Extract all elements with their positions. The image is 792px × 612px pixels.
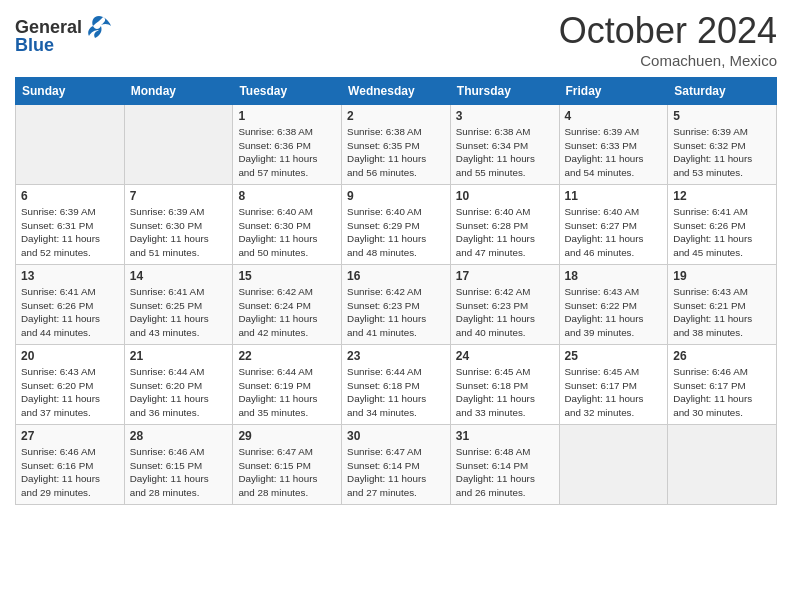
calendar-cell [124, 105, 233, 185]
calendar-cell: 30Sunrise: 6:47 AM Sunset: 6:14 PM Dayli… [342, 425, 451, 505]
day-info: Sunrise: 6:47 AM Sunset: 6:14 PM Dayligh… [347, 445, 445, 500]
day-info: Sunrise: 6:46 AM Sunset: 6:16 PM Dayligh… [21, 445, 119, 500]
day-info: Sunrise: 6:47 AM Sunset: 6:15 PM Dayligh… [238, 445, 336, 500]
day-info: Sunrise: 6:42 AM Sunset: 6:23 PM Dayligh… [347, 285, 445, 340]
logo: General Blue [15, 16, 113, 56]
calendar-week-row: 1Sunrise: 6:38 AM Sunset: 6:36 PM Daylig… [16, 105, 777, 185]
day-info: Sunrise: 6:39 AM Sunset: 6:30 PM Dayligh… [130, 205, 228, 260]
day-number: 1 [238, 109, 336, 123]
day-info: Sunrise: 6:38 AM Sunset: 6:35 PM Dayligh… [347, 125, 445, 180]
day-info: Sunrise: 6:44 AM Sunset: 6:20 PM Dayligh… [130, 365, 228, 420]
calendar-cell: 15Sunrise: 6:42 AM Sunset: 6:24 PM Dayli… [233, 265, 342, 345]
day-info: Sunrise: 6:40 AM Sunset: 6:28 PM Dayligh… [456, 205, 554, 260]
day-number: 17 [456, 269, 554, 283]
logo-text: General Blue [15, 16, 113, 56]
calendar-cell: 14Sunrise: 6:41 AM Sunset: 6:25 PM Dayli… [124, 265, 233, 345]
day-number: 4 [565, 109, 663, 123]
calendar-cell: 24Sunrise: 6:45 AM Sunset: 6:18 PM Dayli… [450, 345, 559, 425]
day-number: 26 [673, 349, 771, 363]
calendar-cell: 6Sunrise: 6:39 AM Sunset: 6:31 PM Daylig… [16, 185, 125, 265]
calendar-cell: 4Sunrise: 6:39 AM Sunset: 6:33 PM Daylig… [559, 105, 668, 185]
day-info: Sunrise: 6:40 AM Sunset: 6:27 PM Dayligh… [565, 205, 663, 260]
day-info: Sunrise: 6:39 AM Sunset: 6:33 PM Dayligh… [565, 125, 663, 180]
weekday-header-saturday: Saturday [668, 78, 777, 105]
calendar-cell: 5Sunrise: 6:39 AM Sunset: 6:32 PM Daylig… [668, 105, 777, 185]
day-number: 29 [238, 429, 336, 443]
day-info: Sunrise: 6:43 AM Sunset: 6:21 PM Dayligh… [673, 285, 771, 340]
day-info: Sunrise: 6:40 AM Sunset: 6:30 PM Dayligh… [238, 205, 336, 260]
calendar-week-row: 27Sunrise: 6:46 AM Sunset: 6:16 PM Dayli… [16, 425, 777, 505]
weekday-header-monday: Monday [124, 78, 233, 105]
day-info: Sunrise: 6:48 AM Sunset: 6:14 PM Dayligh… [456, 445, 554, 500]
logo-blue-text: Blue [15, 36, 113, 56]
weekday-header-thursday: Thursday [450, 78, 559, 105]
month-title: October 2024 [559, 10, 777, 52]
day-number: 10 [456, 189, 554, 203]
day-number: 11 [565, 189, 663, 203]
day-number: 21 [130, 349, 228, 363]
day-number: 31 [456, 429, 554, 443]
day-info: Sunrise: 6:38 AM Sunset: 6:36 PM Dayligh… [238, 125, 336, 180]
day-number: 12 [673, 189, 771, 203]
day-number: 2 [347, 109, 445, 123]
calendar-week-row: 20Sunrise: 6:43 AM Sunset: 6:20 PM Dayli… [16, 345, 777, 425]
day-number: 27 [21, 429, 119, 443]
day-number: 25 [565, 349, 663, 363]
day-number: 13 [21, 269, 119, 283]
calendar-cell: 27Sunrise: 6:46 AM Sunset: 6:16 PM Dayli… [16, 425, 125, 505]
calendar-cell: 8Sunrise: 6:40 AM Sunset: 6:30 PM Daylig… [233, 185, 342, 265]
calendar-cell: 19Sunrise: 6:43 AM Sunset: 6:21 PM Dayli… [668, 265, 777, 345]
calendar-cell [668, 425, 777, 505]
calendar-cell: 3Sunrise: 6:38 AM Sunset: 6:34 PM Daylig… [450, 105, 559, 185]
day-number: 24 [456, 349, 554, 363]
calendar-cell [559, 425, 668, 505]
title-block: October 2024 Comachuen, Mexico [559, 10, 777, 69]
day-info: Sunrise: 6:46 AM Sunset: 6:15 PM Dayligh… [130, 445, 228, 500]
day-info: Sunrise: 6:44 AM Sunset: 6:18 PM Dayligh… [347, 365, 445, 420]
day-info: Sunrise: 6:43 AM Sunset: 6:22 PM Dayligh… [565, 285, 663, 340]
day-info: Sunrise: 6:45 AM Sunset: 6:18 PM Dayligh… [456, 365, 554, 420]
calendar-cell: 23Sunrise: 6:44 AM Sunset: 6:18 PM Dayli… [342, 345, 451, 425]
weekday-header-row: SundayMondayTuesdayWednesdayThursdayFrid… [16, 78, 777, 105]
day-number: 20 [21, 349, 119, 363]
calendar-cell [16, 105, 125, 185]
day-number: 6 [21, 189, 119, 203]
calendar-cell: 12Sunrise: 6:41 AM Sunset: 6:26 PM Dayli… [668, 185, 777, 265]
day-number: 16 [347, 269, 445, 283]
day-number: 8 [238, 189, 336, 203]
day-info: Sunrise: 6:42 AM Sunset: 6:23 PM Dayligh… [456, 285, 554, 340]
day-info: Sunrise: 6:44 AM Sunset: 6:19 PM Dayligh… [238, 365, 336, 420]
day-info: Sunrise: 6:41 AM Sunset: 6:26 PM Dayligh… [21, 285, 119, 340]
page-header: General Blue October 2024 Comachuen, Mex… [15, 10, 777, 69]
weekday-header-tuesday: Tuesday [233, 78, 342, 105]
day-info: Sunrise: 6:39 AM Sunset: 6:31 PM Dayligh… [21, 205, 119, 260]
calendar-table: SundayMondayTuesdayWednesdayThursdayFrid… [15, 77, 777, 505]
calendar-cell: 29Sunrise: 6:47 AM Sunset: 6:15 PM Dayli… [233, 425, 342, 505]
day-number: 15 [238, 269, 336, 283]
calendar-cell: 20Sunrise: 6:43 AM Sunset: 6:20 PM Dayli… [16, 345, 125, 425]
weekday-header-friday: Friday [559, 78, 668, 105]
day-number: 28 [130, 429, 228, 443]
calendar-cell: 16Sunrise: 6:42 AM Sunset: 6:23 PM Dayli… [342, 265, 451, 345]
location-subtitle: Comachuen, Mexico [559, 52, 777, 69]
calendar-cell: 26Sunrise: 6:46 AM Sunset: 6:17 PM Dayli… [668, 345, 777, 425]
weekday-header-wednesday: Wednesday [342, 78, 451, 105]
calendar-week-row: 13Sunrise: 6:41 AM Sunset: 6:26 PM Dayli… [16, 265, 777, 345]
calendar-cell: 11Sunrise: 6:40 AM Sunset: 6:27 PM Dayli… [559, 185, 668, 265]
day-info: Sunrise: 6:46 AM Sunset: 6:17 PM Dayligh… [673, 365, 771, 420]
day-info: Sunrise: 6:38 AM Sunset: 6:34 PM Dayligh… [456, 125, 554, 180]
calendar-cell: 13Sunrise: 6:41 AM Sunset: 6:26 PM Dayli… [16, 265, 125, 345]
calendar-cell: 1Sunrise: 6:38 AM Sunset: 6:36 PM Daylig… [233, 105, 342, 185]
day-number: 30 [347, 429, 445, 443]
calendar-cell: 18Sunrise: 6:43 AM Sunset: 6:22 PM Dayli… [559, 265, 668, 345]
calendar-cell: 7Sunrise: 6:39 AM Sunset: 6:30 PM Daylig… [124, 185, 233, 265]
calendar-cell: 10Sunrise: 6:40 AM Sunset: 6:28 PM Dayli… [450, 185, 559, 265]
calendar-cell: 17Sunrise: 6:42 AM Sunset: 6:23 PM Dayli… [450, 265, 559, 345]
calendar-cell: 31Sunrise: 6:48 AM Sunset: 6:14 PM Dayli… [450, 425, 559, 505]
day-info: Sunrise: 6:41 AM Sunset: 6:25 PM Dayligh… [130, 285, 228, 340]
calendar-cell: 2Sunrise: 6:38 AM Sunset: 6:35 PM Daylig… [342, 105, 451, 185]
day-number: 23 [347, 349, 445, 363]
calendar-cell: 22Sunrise: 6:44 AM Sunset: 6:19 PM Dayli… [233, 345, 342, 425]
day-info: Sunrise: 6:42 AM Sunset: 6:24 PM Dayligh… [238, 285, 336, 340]
day-number: 22 [238, 349, 336, 363]
